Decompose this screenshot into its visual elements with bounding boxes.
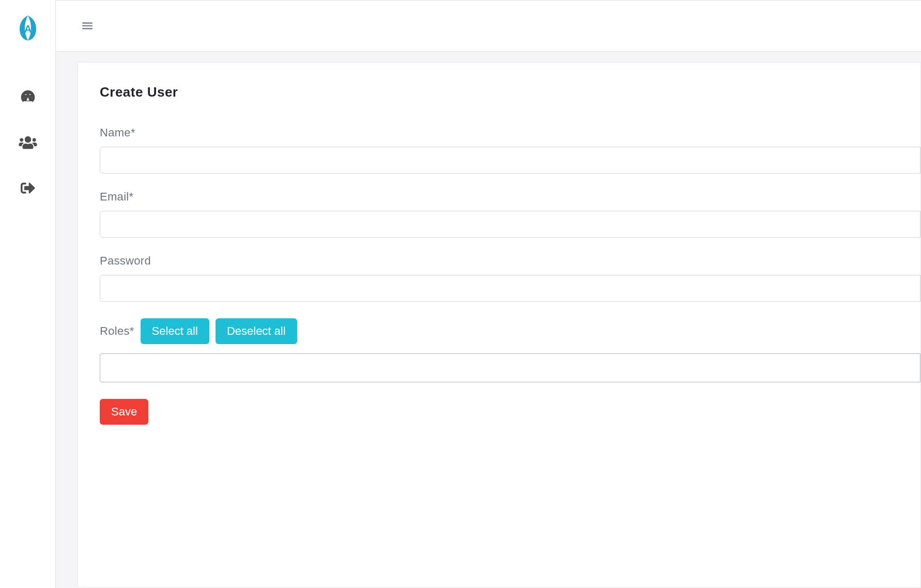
sidebar-item-signout[interactable]	[18, 178, 38, 198]
save-button[interactable]: Save	[100, 399, 148, 425]
name-input[interactable]	[100, 147, 920, 174]
hamburger-icon	[81, 19, 94, 33]
signout-icon	[20, 181, 36, 195]
sidebar: A	[0, 0, 56, 588]
app-logo[interactable]: A	[14, 14, 41, 41]
users-icon	[19, 135, 37, 150]
deselect-all-button[interactable]: Deselect all	[216, 318, 297, 344]
dashboard-icon	[20, 89, 36, 105]
name-label: Name*	[100, 126, 920, 140]
select-all-button[interactable]: Select all	[141, 318, 209, 344]
sidebar-item-users[interactable]	[18, 132, 38, 153]
form-group-roles: Roles* Select all Deselect all	[100, 318, 920, 399]
form-group-email: Email*	[100, 190, 920, 238]
content-area: Create User Name* Email* Password	[56, 52, 921, 588]
password-label: Password	[100, 254, 920, 268]
roles-label: Roles*	[100, 324, 134, 338]
create-user-card: Create User Name* Email* Password	[78, 62, 921, 588]
roles-input[interactable]	[100, 353, 920, 382]
svg-text:A: A	[24, 23, 31, 35]
menu-toggle[interactable]	[81, 19, 94, 33]
topbar	[56, 0, 921, 52]
page-title: Create User	[100, 84, 920, 100]
sidebar-item-dashboard[interactable]	[18, 87, 38, 107]
email-label: Email*	[100, 190, 920, 204]
password-input[interactable]	[100, 275, 920, 302]
logo-icon: A	[14, 14, 41, 41]
form-group-password: Password	[100, 254, 920, 302]
form-group-name: Name*	[100, 126, 920, 174]
email-input[interactable]	[100, 211, 920, 238]
